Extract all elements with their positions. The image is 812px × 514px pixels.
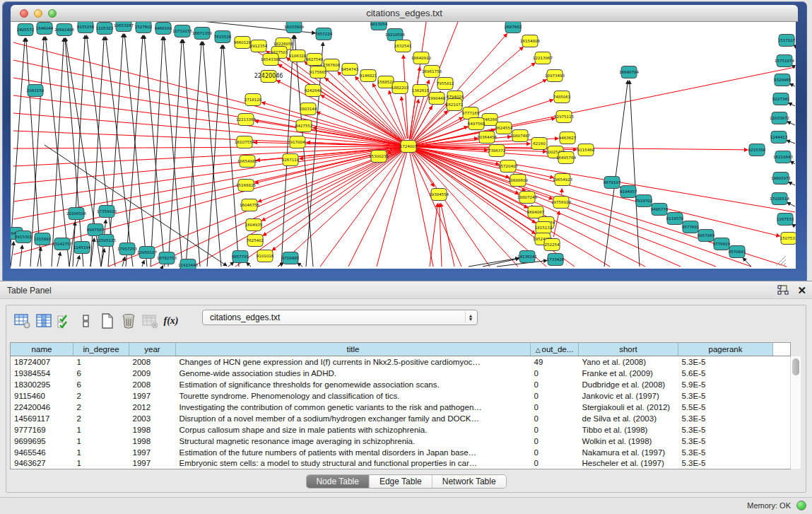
teal-node-9495776[interactable]: 9495776 [651, 204, 669, 216]
teal-node-14136141[interactable]: 14136141 [517, 251, 537, 263]
table-cell[interactable]: 6 [73, 368, 129, 379]
table-cell[interactable]: Structural magnetic resonance image aver… [176, 436, 531, 447]
show-columns-icon[interactable] [33, 312, 54, 330]
yellow-node-19384554[interactable]: 19384554 [429, 189, 449, 201]
table-cell[interactable]: 1 [73, 356, 129, 368]
table-cell[interactable]: 9699695 [11, 436, 73, 447]
table-cell[interactable]: Hescheler et al. (1997) [579, 458, 678, 469]
yellow-node-19654923[interactable]: 19654923 [553, 174, 572, 186]
yellow-node-16543382[interactable]: 16543382 [261, 54, 281, 66]
table-cell[interactable]: 1 [73, 447, 129, 458]
yellow-node-9684067[interactable]: 9684067 [527, 206, 545, 218]
scrollbar-thumb[interactable] [792, 358, 799, 375]
table-cell[interactable]: 2 [73, 390, 129, 402]
table-selector-dropdown[interactable]: citations_edges.txt ▲▼ [202, 310, 478, 325]
table-cell[interactable]: 2012 [129, 402, 176, 413]
yellow-node-8267110[interactable]: 8267110 [282, 154, 300, 166]
table-cell[interactable]: 18300295 [11, 379, 73, 390]
teal-node-7615526[interactable]: 7615526 [214, 31, 232, 43]
yellow-node-18107554[interactable]: 18107554 [235, 136, 254, 148]
table-cell[interactable]: 5.9E-5 [678, 379, 773, 390]
yellow-node-1507533[interactable]: 1507533 [780, 233, 796, 245]
teal-node-6466160[interactable]: 6466160 [155, 23, 172, 35]
column-header-spacer[interactable] [773, 343, 791, 356]
table-row[interactable]: 1938455462009Genome-wide association stu… [11, 368, 791, 379]
table-cell[interactable]: 1997 [129, 458, 176, 469]
teal-node-1244413[interactable]: 1244413 [770, 132, 788, 144]
yellow-node-7625402[interactable]: 7625402 [247, 235, 264, 247]
yellow-node-19756928[interactable]: 19756928 [551, 197, 571, 209]
table-cell[interactable] [773, 413, 791, 424]
table-cell[interactable]: 2009 [129, 368, 176, 379]
yellow-node-9175685[interactable]: 9175685 [310, 66, 327, 78]
delete-table-icon[interactable] [118, 312, 139, 330]
teal-node-9776919[interactable]: 9776919 [713, 238, 731, 250]
teal-node-9155256[interactable]: 9155256 [77, 22, 95, 33]
yellow-node-15300235[interactable]: 15300235 [369, 151, 389, 163]
yellow-node-20364456[interactable]: 20364456 [477, 132, 497, 144]
teal-node-16033809[interactable]: 16033809 [284, 22, 304, 33]
yellow-node-1724007[interactable]: 1724007 [400, 141, 418, 153]
table-cell[interactable] [773, 379, 791, 390]
teal-node-1167533[interactable]: 1167533 [777, 214, 794, 226]
table-cell[interactable]: 49 [531, 356, 579, 368]
teal-node-20691406[interactable]: 20691406 [54, 24, 74, 36]
table-cell[interactable]: 5.5E-5 [678, 402, 773, 413]
table-row[interactable]: 1456911722003Disruption of a novel membe… [11, 413, 791, 424]
table-cell[interactable]: 0 [531, 447, 579, 458]
teal-node-17359928[interactable]: 17359928 [97, 206, 117, 218]
teal-node-9716485[interactable]: 9716485 [282, 252, 300, 264]
yellow-node-16961758[interactable]: 16961758 [422, 66, 442, 78]
table-cell[interactable]: de Silva et al. (2003) [579, 413, 678, 424]
teal-node-8813054[interactable]: 8813054 [370, 22, 388, 30]
table-cell[interactable]: Franke et al. (2009) [579, 368, 678, 379]
table-cell[interactable] [773, 447, 791, 458]
teal-node-16210643[interactable]: 16210643 [773, 151, 793, 163]
table-cell[interactable]: 9463627 [11, 458, 73, 469]
teal-node-10719155[interactable]: 10719155 [172, 25, 192, 37]
yellow-node-1632541[interactable]: 1632541 [394, 40, 412, 52]
yellow-node-16154808[interactable]: 16154808 [520, 35, 540, 47]
table-cell[interactable]: 0 [531, 436, 579, 447]
table-cell[interactable]: 14569117 [11, 413, 73, 424]
teal-node-3915301[interactable]: 3915301 [15, 231, 33, 243]
table-row[interactable]: 946554611997Estimation of the future num… [11, 447, 791, 458]
yellow-node-10654985[interactable]: 10654985 [237, 156, 257, 168]
yellow-node-10973493[interactable]: 10973493 [545, 70, 565, 82]
citation-network-graph[interactable]: 1724007240557216460442069140691552561105… [11, 22, 796, 269]
table-cell[interactable]: Genome-wide association studies in ADHD. [176, 368, 531, 379]
float-panel-icon[interactable] [777, 285, 789, 296]
teal-node-8679197[interactable]: 8679197 [604, 177, 621, 189]
teal-node-7919702[interactable]: 7919702 [635, 195, 653, 207]
table-cell[interactable] [773, 390, 791, 402]
table-row[interactable]: 946362711997Embryonic stem cells: a mode… [11, 458, 791, 469]
column-header-title[interactable]: title [176, 343, 531, 356]
yellow-node-9146821[interactable]: 9146821 [360, 70, 377, 82]
table-cell[interactable]: 1 [73, 458, 129, 469]
yellow-node-9660128[interactable]: 9660128 [234, 37, 252, 49]
table-cell[interactable]: Corpus callosum shape and size in male p… [176, 424, 531, 436]
yellow-node-3624554[interactable]: 3624554 [495, 122, 513, 134]
teal-node-13142757[interactable]: 13142757 [52, 238, 72, 250]
yellow-node-18640910[interactable]: 18640910 [411, 52, 431, 64]
table-cell[interactable]: 0 [531, 402, 579, 413]
table-cell[interactable]: Yano et al. (2008) [579, 356, 678, 368]
yellow-node-10688609[interactable]: 10688609 [508, 175, 528, 187]
node-table[interactable]: namein_degreeyeartitle△out_de...shortpag… [10, 342, 791, 469]
yellow-node-12975115[interactable]: 12975115 [554, 111, 574, 123]
column-list-icon[interactable] [76, 312, 97, 330]
yellow-node-7386372[interactable]: 7386372 [488, 145, 506, 157]
table-cell[interactable]: 5.3E-5 [678, 458, 773, 469]
table-row[interactable]: 911546021997Tourette syndrome. Phenomeno… [11, 390, 791, 402]
column-header-year[interactable]: year [129, 343, 176, 356]
table-cell[interactable]: 0 [531, 379, 579, 390]
teal-node-8570691[interactable]: 8570691 [729, 246, 746, 258]
table-cell[interactable]: Investigating the contribution of common… [176, 402, 531, 413]
table-cell[interactable]: 2 [73, 402, 129, 413]
table-cell[interactable]: 0 [531, 424, 579, 436]
table-cell[interactable]: 9465546 [11, 447, 73, 458]
yellow-node-9827548[interactable]: 9827548 [306, 54, 324, 66]
teal-node-8957069[interactable]: 8957069 [698, 230, 715, 242]
column-header-in_degree[interactable]: in_degree [73, 343, 129, 356]
table-cell[interactable]: 19384554 [11, 368, 73, 379]
